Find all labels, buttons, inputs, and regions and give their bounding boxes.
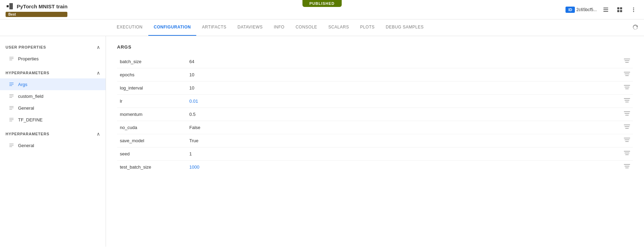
param-value: 1 [187,147,619,161]
param-value: 0.01 [187,95,619,108]
grid-view-button[interactable] [615,5,625,15]
app-title-row: PyTorch MNIST train [6,2,67,10]
refresh-icon[interactable] [632,24,638,32]
tab-dataviews[interactable]: DATAVIEWS [232,19,269,36]
top-right-actions: ID 2c65bcf5... [565,5,638,15]
svg-rect-34 [625,74,629,74]
filter-action-icon[interactable] [619,95,633,108]
svg-rect-43 [625,113,629,114]
param-value: 64 [187,55,619,68]
svg-rect-27 [9,144,14,144]
svg-rect-42 [624,111,630,112]
tab-execution[interactable]: EXECUTION [111,19,148,36]
svg-rect-6 [620,7,622,9]
sidebar-item-general-1[interactable]: General [0,102,106,114]
config-table: batch_size64epochs10log_interval10lr0.01… [117,55,633,173]
param-key: test_batch_size [117,161,187,174]
user-properties-chevron: ∧ [97,44,100,50]
svg-rect-25 [9,119,14,120]
svg-rect-3 [603,9,608,10]
published-badge: PUBLISHED [303,0,342,7]
param-key: batch_size [117,55,187,68]
sidebar-section-hyperparameters-2: HYPERPARAMETERS ∧ General [0,128,106,151]
filter-action-icon[interactable] [619,82,633,95]
param-value: 0.5 [187,108,619,121]
svg-rect-45 [624,125,630,125]
filter-action-icon[interactable] [619,134,633,147]
tab-plots[interactable]: PLOTS [355,19,380,36]
tab-console[interactable]: CONSOLE [290,19,323,36]
svg-rect-26 [9,121,12,121]
sidebar-item-general-2[interactable]: General [0,139,106,151]
filter-action-icon[interactable] [619,121,633,134]
hyperparameters-1-header[interactable]: HYPERPARAMETERS ∧ [0,67,106,78]
sidebar-item-custom-field[interactable]: custom_field [0,90,106,102]
svg-rect-24 [9,118,14,119]
svg-rect-48 [624,138,630,138]
tab-artifacts[interactable]: ARTIFACTS [196,19,232,36]
svg-rect-20 [9,97,12,98]
hyperparameters-2-header[interactable]: HYPERPARAMETERS ∧ [0,128,106,139]
table-row: seed1 [117,147,633,161]
svg-rect-37 [625,87,629,87]
sidebar-item-properties[interactable]: Properties [0,53,106,65]
general-2-icon [8,142,15,148]
tab-debug-samples[interactable]: DEBUG SAMPLES [380,19,429,36]
hyperparameters-1-title: HYPERPARAMETERS [6,71,49,75]
param-key: seed [117,147,187,161]
param-key: save_model [117,134,187,147]
filter-action-icon[interactable] [619,55,633,68]
args-icon [8,81,15,87]
svg-rect-15 [9,83,14,83]
app-logo-icon [6,2,14,10]
svg-rect-32 [625,62,629,63]
table-row: lr0.01 [117,95,633,108]
tab-info[interactable]: INFO [268,19,290,36]
sidebar-section-hyperparameters-1: HYPERPARAMETERS ∧ Args [0,67,106,126]
svg-rect-19 [9,96,14,96]
svg-rect-51 [624,151,630,152]
svg-rect-35 [625,75,629,76]
svg-rect-28 [9,145,14,146]
svg-rect-49 [625,139,629,140]
app-title: PyTorch MNIST train [17,3,67,9]
svg-rect-44 [625,115,629,116]
tab-configuration[interactable]: CONFIGURATION [148,19,197,36]
tab-scalars[interactable]: SCALARS [323,19,355,36]
text-view-button[interactable] [601,5,611,15]
svg-point-10 [633,9,634,10]
sidebar-item-args[interactable]: Args [0,78,106,90]
general-1-icon [8,105,15,111]
filter-action-icon[interactable] [619,68,633,82]
svg-rect-38 [625,88,629,89]
sidebar-section-user-properties: USER PROPERTIES ∧ Properties [0,42,106,65]
param-value: False [187,121,619,134]
param-key: momentum [117,108,187,121]
svg-rect-54 [624,164,630,165]
svg-rect-14 [9,60,12,60]
user-properties-header[interactable]: USER PROPERTIES ∧ [0,42,106,53]
tab-bar: EXECUTION CONFIGURATION ARTIFACTS DATAVI… [0,19,644,36]
param-key: epochs [117,68,187,82]
id-value: 2c65bcf5... [576,7,597,12]
param-key: no_cuda [117,121,187,134]
table-row: no_cudaFalse [117,121,633,134]
content-area: ARGS batch_size64epochs10log_interval10l… [106,36,644,247]
svg-rect-5 [617,7,619,9]
filter-action-icon[interactable] [619,147,633,161]
param-key: lr [117,95,187,108]
param-value: 1000 [187,161,619,174]
general-1-label: General [18,105,34,111]
menu-button[interactable] [629,5,638,15]
sidebar-item-tf-define[interactable]: TF_DEFINE [0,114,106,126]
svg-rect-4 [603,11,608,12]
args-section-title: ARGS [117,44,633,50]
filter-action-icon[interactable] [619,108,633,121]
svg-rect-2 [603,8,608,8]
svg-rect-0 [7,5,9,7]
logo-area: PyTorch MNIST train Best [6,2,67,17]
svg-rect-47 [625,128,629,129]
svg-rect-21 [9,106,14,107]
filter-action-icon[interactable] [619,161,633,174]
svg-rect-56 [625,168,629,168]
